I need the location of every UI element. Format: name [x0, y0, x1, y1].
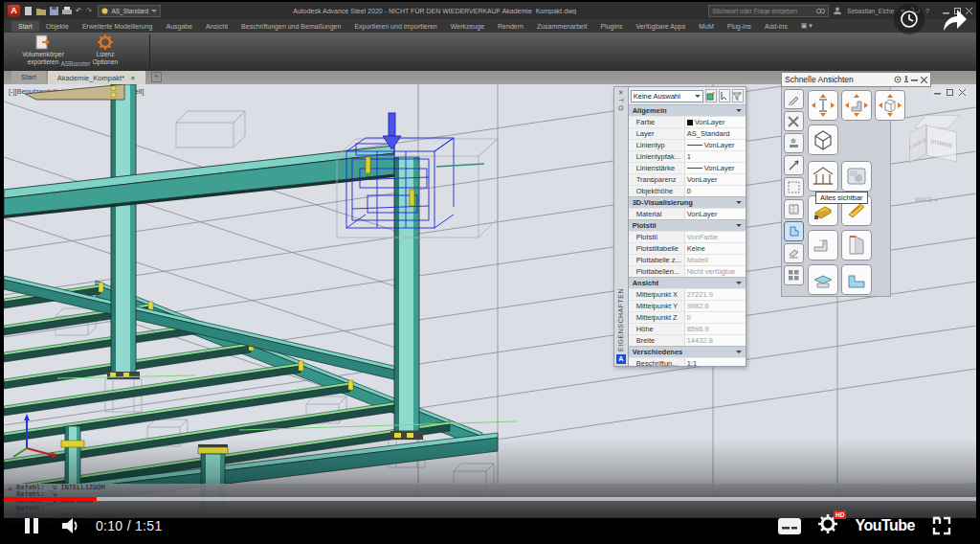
- property-row[interactable]: Breite14432.8: [629, 334, 746, 346]
- open-folder-icon[interactable]: [36, 7, 46, 15]
- section-collapse-icon[interactable]: [736, 201, 742, 204]
- clip-beam-icon[interactable]: [784, 199, 804, 219]
- redo-icon[interactable]: ↷: [86, 7, 93, 15]
- save-icon[interactable]: [50, 7, 58, 15]
- new-file-icon[interactable]: [24, 7, 33, 15]
- subtitles-button[interactable]: [778, 518, 801, 534]
- section-gray-button-2[interactable]: [841, 230, 872, 261]
- ribbon-tab-plug-ins[interactable]: Plug-ins: [721, 21, 758, 32]
- isometric-view-button[interactable]: [808, 125, 838, 155]
- select-objects-button[interactable]: [719, 89, 730, 102]
- zoom-to-model-button[interactable]: [875, 90, 905, 121]
- pencil-tool-icon[interactable]: [784, 89, 804, 109]
- properties-section-header[interactable]: Plotstil: [629, 219, 746, 231]
- plot-icon[interactable]: [62, 7, 72, 15]
- tan-beam[interactable]: [25, 84, 124, 100]
- properties-section-header[interactable]: 3D-Visualisierung: [629, 196, 746, 208]
- stamp-tool-icon[interactable]: [784, 133, 804, 153]
- measure-tool-icon[interactable]: [784, 155, 804, 175]
- property-row[interactable]: PlotstilVonFarbe: [629, 231, 746, 242]
- volume-button[interactable]: [59, 515, 82, 536]
- viewcube[interactable]: LINKS VORNE: [909, 115, 957, 159]
- ribbon-tab-werkzeuge[interactable]: Werkzeuge: [444, 21, 491, 32]
- quick-views-titlebar[interactable]: Schnelle Ansichten: [781, 72, 931, 87]
- property-row[interactable]: LayerAS_Standard: [629, 127, 746, 139]
- pause-button[interactable]: [21, 515, 42, 536]
- youtube-logo[interactable]: YouTube: [855, 517, 915, 534]
- viewcube-front-face[interactable]: VORNE: [926, 125, 957, 163]
- quick-select-button[interactable]: [732, 89, 744, 102]
- ribbon-tab-mum[interactable]: MuM: [692, 21, 721, 32]
- properties-section-header[interactable]: Allgemein: [629, 104, 746, 116]
- layer-dropdown[interactable]: AS_Standard: [98, 5, 161, 17]
- file-tab-start[interactable]: Start: [11, 71, 46, 84]
- properties-palette-strip[interactable]: ✕ ⊣ ⛭ EIGENSCHAFTEN A: [613, 86, 629, 367]
- toggle-pickadd-button[interactable]: [705, 89, 717, 102]
- column-center[interactable]: [390, 157, 423, 440]
- section-collapse-icon[interactable]: [736, 282, 742, 284]
- settings-button[interactable]: HD: [818, 514, 837, 537]
- tools-icon[interactable]: [784, 111, 804, 131]
- property-row[interactable]: Linientypfak...1: [629, 150, 746, 162]
- grid-squares-icon[interactable]: [784, 265, 804, 285]
- floor-girder-back[interactable]: [4, 276, 418, 385]
- section-view-tool-icon[interactable]: [784, 221, 804, 241]
- property-row[interactable]: Plottabellen...Nicht verfügbar: [629, 265, 746, 277]
- property-row[interactable]: Mittelpunkt X27221.9: [629, 288, 746, 300]
- palette-autohide-icon[interactable]: ⊣: [618, 97, 624, 104]
- selection-box-icon[interactable]: [784, 177, 804, 197]
- section-blue-button-2[interactable]: [841, 264, 872, 295]
- section-gray-button-1[interactable]: [808, 230, 838, 261]
- drawing-close-icon[interactable]: [959, 89, 966, 96]
- ribbon-tab-ausgabe[interactable]: Ausgabe: [159, 21, 199, 32]
- player-progress-bar[interactable]: [4, 497, 976, 501]
- ribbon-tab-erweiterte-modellierung[interactable]: Erweiterte Modellierung: [76, 21, 160, 32]
- share-button[interactable]: [940, 6, 969, 33]
- palette-settings-icon[interactable]: ⛭: [618, 104, 624, 112]
- ribbon-tab-add-ins[interactable]: Add-ins: [758, 21, 794, 32]
- wcs-dropdown[interactable]: WKS ▾: [915, 195, 937, 204]
- ribbon-tab-beschriftungen-und-bema-ungen[interactable]: Beschriftungen und Bemaßungen: [234, 21, 347, 32]
- main-beam[interactable]: [4, 146, 394, 218]
- drawing-minimize-icon[interactable]: [934, 89, 941, 96]
- ribbon-tab-verf-gbare-apps[interactable]: Verfügbare Apps: [629, 21, 692, 32]
- quick-views-minimize-icon[interactable]: [911, 77, 918, 83]
- zoom-to-beam-button[interactable]: [808, 90, 838, 121]
- property-row[interactable]: MaterialVonLayer: [629, 208, 746, 219]
- ribbon-tab-exportieren-und-importieren[interactable]: Exportieren und importieren: [347, 21, 443, 32]
- file-tab-close-icon[interactable]: ✕: [130, 75, 136, 82]
- property-row[interactable]: Mittelpunkt Y9982.6: [629, 300, 746, 311]
- property-row[interactable]: Plottabelle z...Modell: [629, 254, 746, 265]
- property-row[interactable]: Objekthöhe0: [629, 185, 746, 196]
- ribbon-tab-rendern[interactable]: Rendern: [491, 21, 530, 32]
- property-row[interactable]: TransparenzVonLayer: [629, 173, 746, 185]
- property-row[interactable]: Beschriftun...1:1: [629, 357, 746, 367]
- show-all-button[interactable]: [808, 161, 838, 192]
- camera-image-button[interactable]: [841, 161, 872, 192]
- selection-dropdown[interactable]: Keine Auswahl: [631, 90, 703, 102]
- property-row[interactable]: PlotstiltabelleKeine: [629, 242, 746, 254]
- palette-close-icon[interactable]: ✕: [618, 89, 624, 97]
- property-row[interactable]: Höhe6596.9: [629, 323, 746, 334]
- section-plane-tool-icon[interactable]: [784, 243, 804, 263]
- ribbon-tab-start[interactable]: Start: [11, 21, 39, 32]
- section-collapse-icon[interactable]: [736, 351, 742, 353]
- app-logo-icon[interactable]: A: [8, 5, 20, 17]
- column-left[interactable]: [107, 84, 140, 379]
- quick-views-pin-icon[interactable]: [904, 76, 908, 83]
- section-collapse-icon[interactable]: [736, 109, 742, 112]
- search-input[interactable]: Stichwort oder Frage eingeben: [708, 5, 829, 17]
- fullscreen-button[interactable]: [932, 516, 951, 535]
- file-tab-akademie-kompakt[interactable]: Akademie_Kompakt* ✕: [48, 71, 145, 84]
- section-blue-button-1[interactable]: [808, 264, 838, 295]
- drawing-restore-icon[interactable]: [947, 89, 953, 96]
- zoom-to-connection-button[interactable]: [841, 90, 872, 121]
- signed-in-user[interactable]: Sebastian_Eiche: [847, 8, 894, 14]
- new-file-tab-button[interactable]: +: [151, 72, 162, 82]
- command-close-icon[interactable]: ✕: [8, 486, 13, 493]
- section-collapse-icon[interactable]: [736, 224, 742, 227]
- property-row[interactable]: LinientypVonLayer: [629, 139, 746, 150]
- properties-section-header[interactable]: Verschiedenes: [629, 346, 746, 357]
- ribbon-overflow-icon[interactable]: ▣ ▾: [794, 20, 819, 32]
- properties-section-header[interactable]: Ansicht: [629, 277, 746, 288]
